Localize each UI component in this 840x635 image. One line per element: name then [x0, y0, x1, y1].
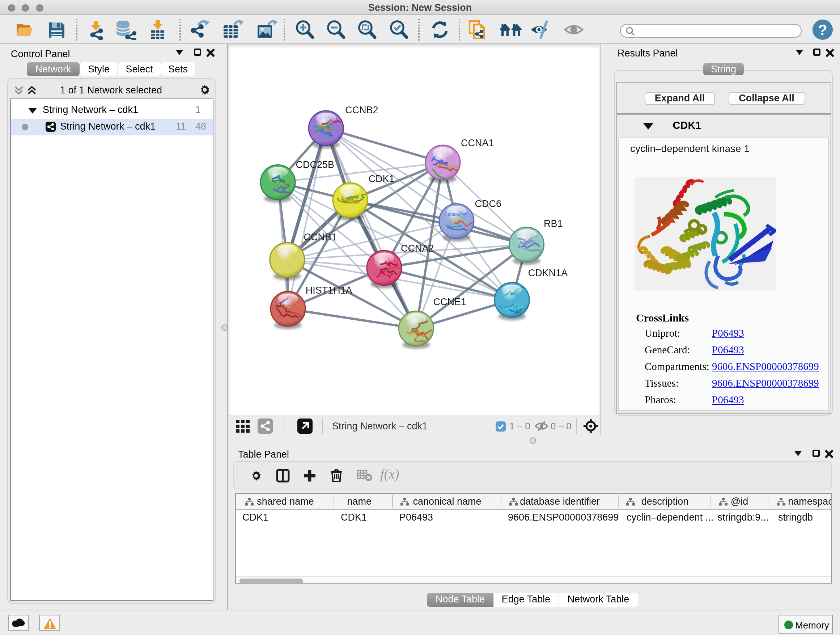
svg-text:CCNE1: CCNE1: [433, 296, 467, 307]
svg-text:CCNA2: CCNA2: [401, 243, 434, 254]
svg-text:RB1: RB1: [544, 218, 563, 229]
svg-text:CCNB1: CCNB1: [304, 232, 337, 242]
svg-text:HIST1H1A: HIST1H1A: [306, 285, 352, 296]
svg-text:CDC6: CDC6: [475, 198, 501, 209]
svg-text:CCNA1: CCNA1: [461, 138, 494, 149]
svg-text:CDC25B: CDC25B: [295, 159, 334, 170]
svg-text:CCNB2: CCNB2: [345, 105, 378, 116]
svg-text:CDK1: CDK1: [369, 173, 395, 184]
svg-text:CDKN1A: CDKN1A: [528, 268, 568, 279]
svg-text:?: ?: [818, 21, 827, 38]
